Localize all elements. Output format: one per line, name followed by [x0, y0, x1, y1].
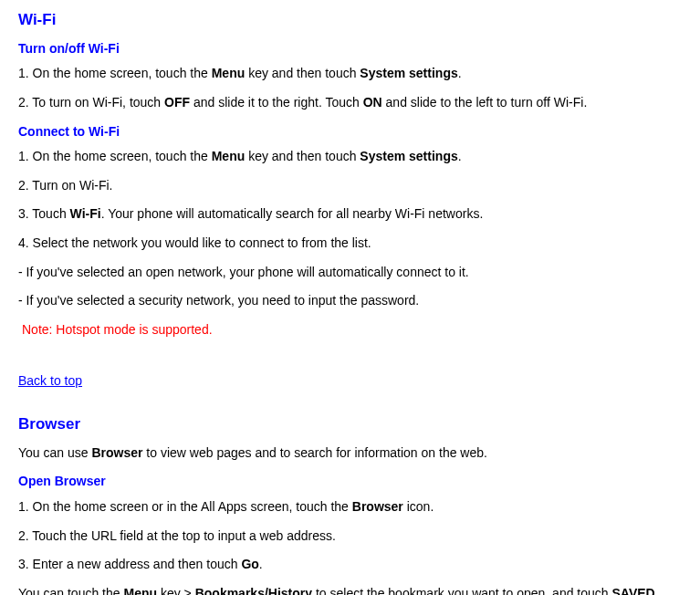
browser-intro: You can use Browser to view web pages an…: [18, 444, 682, 463]
text: key and then touch: [245, 149, 360, 163]
wifi-connect-bullet2: - If you've selected a security network,…: [18, 292, 682, 310]
text: 1. On the home screen or in the All Apps…: [18, 499, 352, 514]
text: .: [458, 66, 462, 80]
connect-wifi-heading: Connect to Wi-Fi: [18, 123, 682, 141]
back-to-top-link[interactable]: Back to top: [18, 372, 82, 391]
browser-open-step1: 1. On the home screen or in the All Apps…: [18, 498, 682, 517]
text: and slide it to the right. Touch: [190, 95, 363, 110]
browser-heading: Browser: [18, 413, 682, 435]
text: 1. On the home screen, touch the: [18, 66, 212, 80]
browser-open-step2: 2. Touch the URL field at the top to inp…: [18, 527, 682, 546]
hotspot-note: Note: Hotspot mode is supported.: [18, 321, 682, 339]
text: key >: [157, 586, 195, 595]
open-browser-heading: Open Browser: [18, 473, 682, 491]
browser-label: Browser: [91, 445, 142, 460]
wifi-label: Wi-Fi: [70, 206, 101, 221]
wifi-connect-bullet1: - If you've selected an open network, yo…: [18, 264, 682, 282]
menu-key-label: Menu: [212, 66, 246, 80]
on-label: ON: [363, 95, 382, 110]
wifi-turnon-step2: 2. To turn on Wi-Fi, touch OFF and slide…: [18, 94, 682, 112]
browser-icon-label: Browser: [352, 499, 403, 514]
text: 3. Enter a new address and then touch: [18, 557, 241, 571]
text: .: [458, 149, 462, 163]
wifi-heading: Wi-Fi: [18, 9, 682, 31]
browser-open-last: You can touch the Menu key > Bookmarks/H…: [18, 585, 682, 595]
wifi-connect-step2: 2. Turn on Wi-Fi.: [18, 177, 682, 195]
wifi-connect-step1: 1. On the home screen, touch the Menu ke…: [18, 148, 682, 166]
wifi-connect-step3: 3. Touch Wi-Fi. Your phone will automati…: [18, 205, 682, 224]
text: . Your phone will automatically search f…: [101, 206, 484, 221]
text: You can use: [18, 445, 91, 460]
off-label: OFF: [164, 95, 190, 110]
menu-key-label: Menu: [123, 586, 157, 595]
text: to select the bookmark you want to open,…: [312, 586, 611, 595]
system-settings-label: System settings: [360, 66, 457, 80]
menu-key-label: Menu: [212, 149, 246, 163]
text: .: [259, 557, 263, 571]
system-settings-label: System settings: [360, 149, 457, 163]
text: icon.: [403, 499, 434, 514]
wifi-turnon-step1: 1. On the home screen, touch the Menu ke…: [18, 65, 682, 83]
text: 2. To turn on Wi-Fi, touch: [18, 95, 164, 110]
text: to view web pages and to search for info…: [142, 445, 486, 460]
text: 1. On the home screen, touch the: [18, 149, 212, 163]
text: 3. Touch: [18, 206, 70, 221]
browser-open-step3: 3. Enter a new address and then touch Go…: [18, 556, 682, 574]
turn-onoff-heading: Turn on/off Wi-Fi: [18, 40, 682, 58]
bookmarks-history-label: Bookmarks/History: [195, 586, 312, 595]
text: key and then touch: [245, 66, 360, 80]
saved-label: SAVED: [612, 586, 655, 595]
go-label: Go: [241, 557, 258, 571]
wifi-connect-step4: 4. Select the network you would like to …: [18, 235, 682, 253]
text: and slide to the left to turn off Wi-Fi.: [382, 95, 588, 110]
text: You can touch the: [18, 586, 123, 595]
